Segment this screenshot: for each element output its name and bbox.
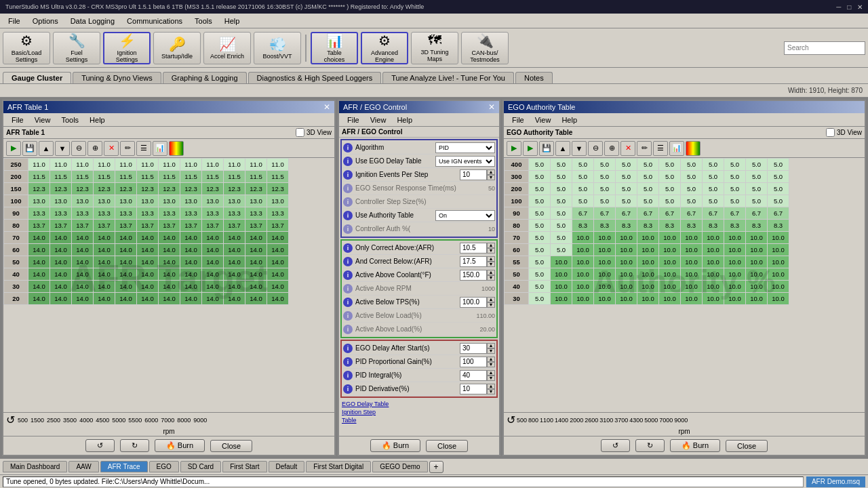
afr-burn-btn[interactable]: 🔥 Burn xyxy=(155,439,205,452)
ego-auth-btn-plus[interactable]: ⊕ xyxy=(604,141,619,156)
table-cell[interactable]: 11.0 xyxy=(94,159,115,171)
pid-deriv-down[interactable]: ▼ xyxy=(487,389,495,394)
table-cell[interactable]: 5.0 xyxy=(572,159,594,171)
table-cell[interactable]: 10.0 xyxy=(768,244,789,256)
table-cell[interactable]: 13.0 xyxy=(115,195,137,207)
table-cell[interactable]: 14.0 xyxy=(224,232,245,244)
table-cell[interactable]: 8.3 xyxy=(594,220,616,232)
table-cell[interactable]: 14.0 xyxy=(202,232,224,244)
table-cell[interactable]: 14.0 xyxy=(72,232,94,244)
afr-btn-color[interactable] xyxy=(169,141,184,156)
table-cell[interactable]: 11.0 xyxy=(180,159,202,171)
table-cell[interactable]: 6.7 xyxy=(616,207,637,220)
ignition-events-info-icon[interactable]: i xyxy=(343,170,353,180)
table-cell[interactable]: 10.0 xyxy=(551,281,572,293)
table-cell[interactable]: 10.0 xyxy=(703,281,724,293)
afr-menu-help[interactable]: Help xyxy=(84,115,111,125)
ego-auth-btn-run2[interactable]: ▶ xyxy=(523,141,538,156)
table-cell[interactable]: 13.7 xyxy=(267,220,289,232)
table-cell[interactable]: 5.0 xyxy=(529,256,551,268)
table-cell[interactable]: 10.0 xyxy=(659,232,681,244)
ego-delay-select[interactable]: Use IGN events xyxy=(435,156,495,167)
ego-menu-help[interactable]: Help xyxy=(391,115,418,125)
table-cell[interactable]: 10.0 xyxy=(572,293,594,305)
table-cell[interactable]: 6.7 xyxy=(681,207,703,220)
table-cell[interactable]: 14.0 xyxy=(180,268,202,281)
table-cell[interactable]: 13.0 xyxy=(245,195,267,207)
table-cell[interactable]: 8.3 xyxy=(746,220,768,232)
table-cell[interactable]: 10.0 xyxy=(746,232,768,244)
table-cell[interactable]: 13.7 xyxy=(180,220,202,232)
table-cell[interactable]: 13.7 xyxy=(94,220,115,232)
table-cell[interactable]: 8.3 xyxy=(616,220,637,232)
table-cell[interactable]: 10.0 xyxy=(572,244,594,256)
table-cell[interactable]: 12.3 xyxy=(180,183,202,195)
table-cell[interactable]: 14.0 xyxy=(72,256,94,268)
toolbar-fuel[interactable]: 🔧 FuelSettings xyxy=(53,32,100,64)
active-tps-down[interactable]: ▼ xyxy=(487,302,495,308)
table-cell[interactable]: 10.0 xyxy=(681,244,703,256)
table-cell[interactable]: 5.0 xyxy=(746,183,768,195)
table-cell[interactable]: 14.0 xyxy=(137,256,159,268)
table-cell[interactable]: 10.0 xyxy=(703,293,724,305)
active-rpm-info-icon[interactable]: i xyxy=(343,284,353,293)
table-cell[interactable]: 14.0 xyxy=(115,256,137,268)
table-cell[interactable]: 5.0 xyxy=(529,159,551,171)
table-cell[interactable]: 5.0 xyxy=(594,183,616,195)
table-cell[interactable]: 13.7 xyxy=(115,220,137,232)
table-cell[interactable]: 14.0 xyxy=(224,293,245,305)
table-cell[interactable]: 12.3 xyxy=(159,183,180,195)
table-cell[interactable]: 10.0 xyxy=(594,256,616,268)
pid-deriv-input[interactable] xyxy=(460,384,487,394)
table-cell[interactable]: 11.5 xyxy=(94,171,115,183)
table-cell[interactable]: 11.5 xyxy=(28,171,50,183)
table-cell[interactable]: 5.0 xyxy=(551,244,572,256)
pid-prop-info[interactable]: i xyxy=(343,357,353,367)
table-cell[interactable]: 5.0 xyxy=(724,159,746,171)
pid-deriv-up[interactable]: ▲ xyxy=(487,384,495,389)
table-cell[interactable]: 10.0 xyxy=(594,232,616,244)
table-cell[interactable]: 5.0 xyxy=(681,183,703,195)
table-cell[interactable]: 6.7 xyxy=(746,207,768,220)
table-cell[interactable]: 5.0 xyxy=(551,195,572,207)
ego-auth-btn-run[interactable]: ▶ xyxy=(507,141,521,156)
correct-above-up[interactable]: ▲ xyxy=(487,243,495,248)
table-cell[interactable]: 10.0 xyxy=(724,281,746,293)
pid-prop-down[interactable]: ▼ xyxy=(487,362,495,367)
table-cell[interactable]: 5.0 xyxy=(746,171,768,183)
table-cell[interactable]: 14.0 xyxy=(72,268,94,281)
table-cell[interactable]: 5.0 xyxy=(703,171,724,183)
menu-help[interactable]: Help xyxy=(219,16,245,26)
table-cell[interactable]: 14.0 xyxy=(94,268,115,281)
table-cell[interactable]: 14.0 xyxy=(115,281,137,293)
table-cell[interactable]: 10.0 xyxy=(768,256,789,268)
menu-communications[interactable]: Communications xyxy=(121,16,188,26)
table-cell[interactable]: 5.0 xyxy=(616,183,637,195)
table-cell[interactable]: 6.7 xyxy=(703,207,724,220)
table-cell[interactable]: 5.0 xyxy=(572,171,594,183)
table-cell[interactable]: 14.0 xyxy=(245,244,267,256)
table-cell[interactable]: 11.5 xyxy=(137,171,159,183)
ego-delay-start-info[interactable]: i xyxy=(343,344,353,353)
table-cell[interactable]: 5.0 xyxy=(529,207,551,220)
table-cell[interactable]: 6.7 xyxy=(768,207,789,220)
table-cell[interactable]: 11.5 xyxy=(180,171,202,183)
correct-above-input[interactable] xyxy=(460,243,487,253)
table-cell[interactable]: 12.3 xyxy=(50,183,72,195)
ignition-step-link[interactable]: Ignition Step xyxy=(342,409,496,415)
ego-auth-btn-color[interactable] xyxy=(686,141,701,156)
table-cell[interactable]: 13.3 xyxy=(28,207,50,220)
table-cell[interactable]: 10.0 xyxy=(659,244,681,256)
table-cell[interactable]: 10.0 xyxy=(572,232,594,244)
ego-sensor-info-icon[interactable]: i xyxy=(343,184,353,193)
table-cell[interactable]: 13.3 xyxy=(94,207,115,220)
minimize-btn[interactable]: ─ xyxy=(836,3,841,11)
ego-auth-undo-btn[interactable]: ↺ xyxy=(601,439,630,452)
toolbar-canbus[interactable]: 🔌 CAN-bus/Testmodes xyxy=(461,32,509,64)
ego-auth-btn-edit[interactable]: ✏ xyxy=(637,141,652,156)
table-cell[interactable]: 14.0 xyxy=(50,244,72,256)
table-cell[interactable]: 13.3 xyxy=(180,207,202,220)
menu-tools[interactable]: Tools xyxy=(189,16,218,26)
table-cell[interactable]: 10.0 xyxy=(616,268,637,281)
table-cell[interactable]: 8.3 xyxy=(703,220,724,232)
